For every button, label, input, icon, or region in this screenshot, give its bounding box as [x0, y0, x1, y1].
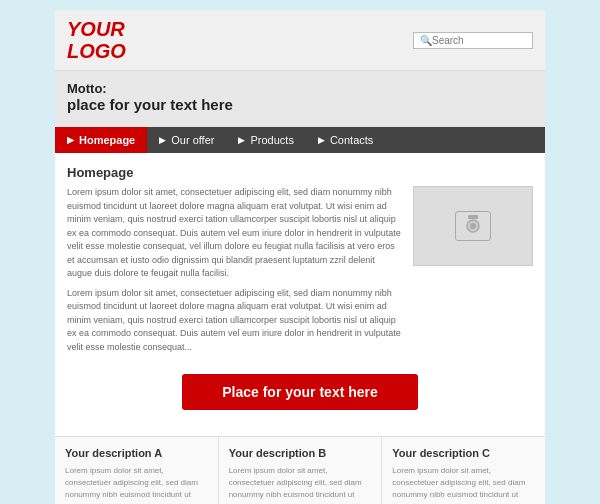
search-icon: 🔍	[420, 35, 432, 46]
content-section: Lorem ipsum dolor sit amet, consectetuer…	[67, 186, 533, 360]
motto-text: place for your text here	[67, 96, 533, 113]
card-b-text: Lorem ipsum dolor sit amet, consectetuer…	[229, 465, 372, 504]
svg-point-2	[470, 223, 476, 229]
card-a: Your description A Lorem ipsum dolor sit…	[55, 437, 219, 504]
nav-label-products: Products	[250, 134, 293, 146]
nav-arrow-icon: ▶	[238, 135, 245, 145]
nav-arrow-icon: ▶	[159, 135, 166, 145]
nav-item-contacts[interactable]: ▶ Contacts	[306, 127, 385, 153]
logo: YOUR LOGO	[67, 18, 126, 62]
card-c: Your description C Lorem ipsum dolor sit…	[382, 437, 545, 504]
logo-line2: LOGO	[67, 40, 126, 62]
svg-rect-3	[468, 215, 478, 219]
nav-item-homepage[interactable]: ▶ Homepage	[55, 127, 147, 153]
search-input[interactable]	[432, 35, 526, 46]
nav-item-products[interactable]: ▶ Products	[226, 127, 305, 153]
card-c-text: Lorem ipsum dolor sit amet, consectetuer…	[392, 465, 535, 504]
main-content: Homepage Lorem ipsum dolor sit amet, con…	[55, 153, 545, 436]
motto-label: Motto:	[67, 81, 533, 96]
section-title: Homepage	[67, 165, 533, 180]
cta-section: Place for your text here	[67, 360, 533, 424]
motto-bar: Motto: place for your text here	[55, 71, 545, 127]
nav-arrow-icon: ▶	[67, 135, 74, 145]
paragraph-2: Lorem ipsum dolor sit amet, consectetuer…	[67, 287, 401, 355]
cta-button[interactable]: Place for your text here	[182, 374, 418, 410]
content-image	[413, 186, 533, 266]
page-wrapper: YOUR LOGO 🔍 Motto: place for your text h…	[55, 10, 545, 504]
nav-item-our-offer[interactable]: ▶ Our offer	[147, 127, 226, 153]
cards-section: Your description A Lorem ipsum dolor sit…	[55, 436, 545, 504]
nav-arrow-icon: ▶	[318, 135, 325, 145]
nav-label-homepage: Homepage	[79, 134, 135, 146]
card-b-title: Your description B	[229, 447, 372, 459]
header: YOUR LOGO 🔍	[55, 10, 545, 71]
search-box[interactable]: 🔍	[413, 32, 533, 49]
card-b: Your description B Lorem ipsum dolor sit…	[219, 437, 383, 504]
nav-label-contacts: Contacts	[330, 134, 373, 146]
card-c-title: Your description C	[392, 447, 535, 459]
nav-bar: ▶ Homepage ▶ Our offer ▶ Products ▶ Cont…	[55, 127, 545, 153]
card-a-text: Lorem ipsum dolor sit amet, consectetuer…	[65, 465, 208, 504]
card-a-title: Your description A	[65, 447, 208, 459]
nav-label-our-offer: Our offer	[171, 134, 214, 146]
logo-line1: YOUR	[67, 18, 125, 40]
content-left: Lorem ipsum dolor sit amet, consectetuer…	[67, 186, 401, 360]
paragraph-1: Lorem ipsum dolor sit amet, consectetuer…	[67, 186, 401, 281]
